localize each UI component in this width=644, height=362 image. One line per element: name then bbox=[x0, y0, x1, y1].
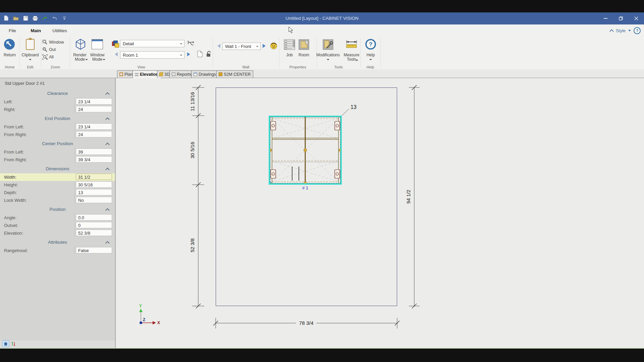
field-row: Left: 23 1/4 bbox=[0, 98, 115, 106]
measure-tools-label[interactable]: Measure Tools bbox=[341, 53, 362, 62]
close-button[interactable] bbox=[629, 12, 644, 24]
menu-utilities[interactable]: Utilities bbox=[50, 24, 70, 37]
field-input[interactable]: 39 3/4 bbox=[76, 156, 112, 163]
help-label[interactable]: Help bbox=[364, 53, 377, 57]
room-next-icon[interactable] bbox=[187, 52, 190, 56]
zoom-window-icon bbox=[42, 40, 48, 45]
room-label[interactable]: Room bbox=[297, 53, 311, 57]
section-clearance-header[interactable]: Clearance bbox=[0, 89, 115, 98]
menu-main[interactable]: Main bbox=[28, 24, 44, 38]
return-button[interactable] bbox=[4, 39, 15, 51]
field-input[interactable]: 24 bbox=[76, 106, 112, 112]
tab-drawings-label: Drawings bbox=[199, 72, 216, 77]
zoom-out-button[interactable]: Out bbox=[42, 46, 56, 53]
s2m-tab-icon bbox=[219, 72, 222, 76]
field-input[interactable]: 30 5/16 bbox=[76, 181, 112, 188]
wall-prev-icon[interactable] bbox=[217, 44, 220, 48]
axes-toggle-button[interactable] bbox=[10, 341, 16, 347]
job-button[interactable] bbox=[283, 39, 296, 52]
section-dimensions-header[interactable]: Dimensions bbox=[0, 165, 115, 173]
field-input-width[interactable]: 31 1/2 bbox=[76, 174, 112, 180]
section-center-position-header[interactable]: Center Position bbox=[0, 139, 115, 148]
field-input[interactable]: 0.0 bbox=[76, 214, 112, 221]
field-input[interactable]: 24 bbox=[76, 131, 112, 137]
mouse-cursor bbox=[288, 26, 293, 34]
clipboard-dropdown-icon[interactable] bbox=[29, 59, 32, 60]
wall-dimension-icon[interactable] bbox=[187, 40, 195, 48]
job-label[interactable]: Job bbox=[283, 53, 296, 57]
field-input[interactable]: 0 bbox=[76, 222, 112, 228]
section-end-position-header[interactable]: End Position bbox=[0, 114, 115, 123]
style-dropdown-icon[interactable] bbox=[628, 30, 631, 32]
axis-y-label: Y bbox=[139, 304, 142, 308]
style-label[interactable]: Style bbox=[616, 28, 626, 33]
help-button[interactable]: ? bbox=[365, 39, 376, 51]
wall-combo[interactable]: Wall 1 - Front bbox=[222, 43, 261, 50]
cabinet-drawing[interactable] bbox=[269, 116, 342, 185]
field-row: Height: 30 5/16 bbox=[0, 181, 115, 189]
zoom-window-button[interactable]: Window bbox=[42, 39, 64, 46]
modifications-button[interactable] bbox=[322, 39, 334, 52]
tab-reports[interactable]: Reports bbox=[169, 70, 194, 78]
zoom-all-label: All bbox=[49, 55, 54, 59]
room-combo-value: Room 1 bbox=[123, 53, 138, 58]
field-input[interactable]: No bbox=[76, 197, 112, 203]
field-row: Lock Width: No bbox=[0, 196, 115, 204]
measure-tools-dropdown-icon[interactable] bbox=[356, 60, 358, 61]
modifications-label[interactable]: Modifications bbox=[313, 53, 343, 57]
new-room-icon[interactable] bbox=[197, 51, 203, 59]
ribbon: Return Home Clipboard Edit Window Out Al… bbox=[0, 37, 644, 70]
window-mode-icon[interactable] bbox=[92, 39, 103, 49]
drawing-canvas[interactable]: 11 13/16 30 5/16 52 3/8 94 1/2 78 3/4 13… bbox=[116, 78, 644, 348]
return-icon bbox=[4, 39, 15, 50]
render-mode-dropdown-icon[interactable] bbox=[85, 59, 88, 60]
zoom-all-button[interactable]: All bbox=[42, 54, 54, 60]
dim-label-right: 94 1/2 bbox=[406, 190, 411, 204]
dim-label-left-bottom: 52 3/8 bbox=[190, 238, 195, 252]
field-input[interactable]: 23 1/4 bbox=[76, 98, 112, 105]
field-input[interactable]: 23 1/4 bbox=[76, 123, 112, 130]
tab-s2m-center[interactable]: S2M CENTER bbox=[216, 70, 253, 78]
smiley-icon[interactable] bbox=[270, 42, 277, 51]
title-bar: Untitled [Layout] - CABINET VISION bbox=[0, 12, 644, 24]
field-label: Height: bbox=[4, 181, 18, 189]
collapse-ribbon-icon[interactable] bbox=[609, 29, 614, 34]
render-mode-label[interactable]: Render Mode bbox=[70, 53, 89, 62]
restore-button[interactable] bbox=[613, 12, 629, 24]
tab-elevation[interactable]: Elevation bbox=[132, 70, 161, 78]
field-input[interactable]: 39 bbox=[76, 148, 112, 155]
help-button-icon: ? bbox=[365, 39, 376, 50]
window-mode-label[interactable]: Window Mode bbox=[88, 53, 107, 62]
clipboard-label[interactable]: Clipboard bbox=[19, 53, 41, 57]
cabinet-detail bbox=[270, 117, 340, 183]
detail-combo[interactable]: Detail bbox=[120, 40, 184, 47]
job-icon bbox=[283, 39, 296, 51]
room-button[interactable] bbox=[298, 39, 310, 52]
wall-next-icon[interactable] bbox=[263, 44, 266, 48]
collapse-chevron-icon bbox=[105, 241, 110, 245]
minimize-button[interactable] bbox=[598, 12, 613, 24]
field-input[interactable]: 52 3/8 bbox=[76, 230, 112, 236]
clipboard-icon[interactable] bbox=[26, 39, 35, 50]
measure-tools-icon bbox=[345, 39, 358, 50]
field-input[interactable]: False bbox=[76, 247, 112, 253]
section-attributes-header[interactable]: Attributes bbox=[0, 238, 115, 247]
menu-file[interactable]: File bbox=[5, 24, 19, 37]
lock-open-icon[interactable] bbox=[206, 51, 212, 59]
window-mode-dropdown-icon[interactable] bbox=[103, 59, 105, 60]
help-dropdown-icon[interactable] bbox=[369, 59, 372, 60]
room-prev-icon[interactable] bbox=[115, 52, 118, 56]
field-input[interactable]: 13 bbox=[76, 189, 112, 195]
home-view-button[interactable] bbox=[2, 340, 9, 347]
render-mode-button[interactable] bbox=[74, 38, 87, 52]
field-label: From Right: bbox=[4, 156, 27, 164]
help-icon[interactable]: ? bbox=[634, 27, 641, 34]
room-combo[interactable]: Room 1 bbox=[120, 51, 184, 59]
group-tools: Tools bbox=[317, 65, 360, 69]
measure-tools-button[interactable] bbox=[345, 39, 358, 51]
tab-drawings[interactable]: Drawings bbox=[191, 70, 218, 78]
axis-z-label: Z bbox=[143, 317, 145, 322]
group-view: View bbox=[70, 65, 213, 69]
section-position-header[interactable]: Position bbox=[0, 205, 115, 214]
modifications-dropdown-icon[interactable] bbox=[327, 59, 329, 60]
